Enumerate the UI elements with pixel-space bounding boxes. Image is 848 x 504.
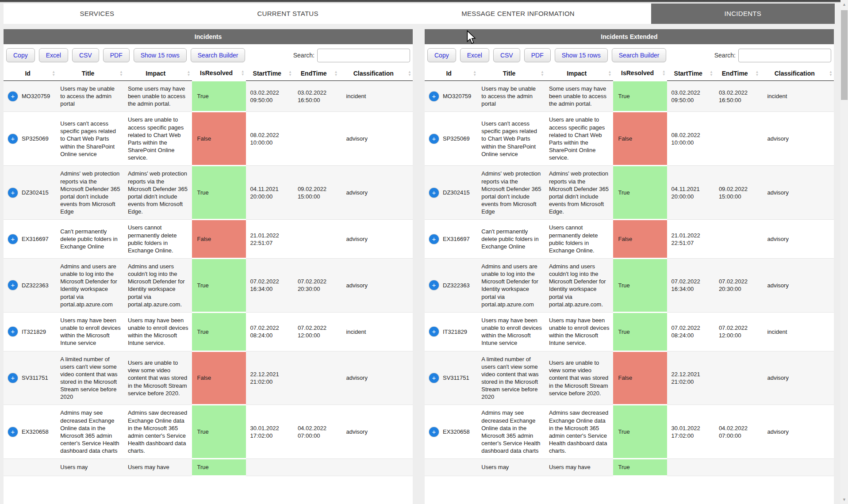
column-header-id[interactable]: Id▲▼ bbox=[425, 66, 478, 81]
expand-row-button[interactable]: + bbox=[429, 188, 439, 198]
incidents-table-body: +MO320759Users may be unable to access t… bbox=[4, 81, 413, 476]
impact-cell: Users are unable to view some video cont… bbox=[545, 351, 613, 405]
expand-row-button[interactable]: + bbox=[8, 134, 18, 144]
show-rows-button[interactable]: Show 15 rows bbox=[555, 48, 608, 62]
column-header-impact[interactable]: Impact▲▼ bbox=[124, 66, 192, 81]
isresolved-cell: True bbox=[613, 459, 667, 476]
incidents-table: Id▲▼ Title▲▼ Impact▲▼ IsResolved▲▼ Start… bbox=[4, 66, 413, 477]
sort-icon: ▲▼ bbox=[756, 70, 759, 76]
expand-row-button[interactable]: + bbox=[8, 92, 18, 101]
search-builder-button[interactable]: Search Builder bbox=[191, 48, 246, 62]
search-input[interactable] bbox=[738, 49, 831, 62]
classification-cell: advisory bbox=[339, 220, 413, 259]
tab-current-status[interactable]: CURRENT STATUS bbox=[191, 4, 385, 24]
incident-id: EX320658 bbox=[22, 428, 49, 435]
expand-row-button[interactable]: + bbox=[429, 427, 439, 437]
header-row: Id▲▼ Title▲▼ Impact▲▼ IsResolved▲▼ Start… bbox=[425, 66, 834, 81]
classification-cell: advisory bbox=[760, 258, 834, 312]
expand-row-button[interactable]: + bbox=[8, 427, 18, 437]
sort-icon: ▲▼ bbox=[52, 70, 55, 76]
sort-icon: ▲▼ bbox=[710, 70, 713, 76]
expand-row-button[interactable]: + bbox=[429, 134, 439, 144]
column-header-impact[interactable]: Impact▲▼ bbox=[545, 66, 613, 81]
incident-id: MO320759 bbox=[22, 92, 50, 100]
search-builder-button[interactable]: Search Builder bbox=[612, 48, 667, 62]
starttime-cell: 21.01.202222:51:07 bbox=[667, 220, 714, 259]
id-cell: +EX316697 bbox=[4, 220, 57, 259]
column-header-starttime[interactable]: StartTime▲▼ bbox=[667, 66, 714, 81]
tables-area: Incidents Copy Excel CSV PDF Show 15 row… bbox=[4, 29, 834, 504]
expand-row-button[interactable]: + bbox=[429, 373, 439, 383]
column-header-title[interactable]: Title▲▼ bbox=[57, 66, 124, 81]
table-row: +MO320759Users may be unable to access t… bbox=[425, 81, 834, 112]
sort-icon: ▲▼ bbox=[334, 70, 338, 76]
sort-icon: ▲▼ bbox=[187, 70, 191, 76]
excel-button[interactable]: Excel bbox=[39, 48, 68, 62]
expand-row-button[interactable]: + bbox=[429, 280, 439, 290]
pdf-button[interactable]: PDF bbox=[103, 48, 130, 62]
starttime-cell: 30.01.202217:02:00 bbox=[667, 405, 714, 459]
column-header-isresolved[interactable]: IsResolved▲▼ bbox=[613, 66, 667, 81]
starttime-cell bbox=[246, 459, 293, 476]
table-row: Users mayUsers may haveTrue bbox=[4, 459, 413, 476]
id-cell: +DZ302415 bbox=[4, 166, 57, 220]
endtime-cell: 04.02.202207:00:00 bbox=[714, 405, 760, 459]
expand-row-button[interactable]: + bbox=[8, 234, 18, 244]
column-header-classification[interactable]: Classification▲▼ bbox=[339, 66, 413, 81]
copy-button[interactable]: Copy bbox=[427, 48, 456, 62]
table-row: +DZ302415Admins' web protection reports … bbox=[425, 166, 834, 220]
csv-button[interactable]: CSV bbox=[493, 48, 520, 62]
tab-message-center-information[interactable]: MESSAGE CENTER INFORMATION bbox=[385, 4, 651, 24]
impact-cell: Admins and users couldn't log into the M… bbox=[124, 258, 192, 312]
table-row: +EX320658Admins may see decreased Exchan… bbox=[4, 405, 413, 459]
isresolved-cell: False bbox=[192, 112, 246, 166]
expand-row-button[interactable]: + bbox=[8, 327, 18, 336]
isresolved-cell: True bbox=[192, 166, 246, 220]
sort-icon: ▲▼ bbox=[473, 70, 476, 76]
column-header-endtime[interactable]: EndTime▲▼ bbox=[293, 66, 339, 81]
endtime-cell: 07.02.202220:30:00 bbox=[293, 258, 339, 312]
column-header-classification[interactable]: Classification▲▼ bbox=[760, 66, 834, 81]
endtime-cell: 07.02.202212:00:00 bbox=[714, 312, 760, 351]
top-strip bbox=[0, 0, 848, 2]
expand-row-button[interactable]: + bbox=[429, 92, 439, 101]
page-scrollbar[interactable]: ▲ ▼ bbox=[840, 0, 848, 504]
id-cell: +EX320658 bbox=[425, 405, 478, 459]
column-header-isresolved[interactable]: IsResolved▲▼ bbox=[192, 66, 246, 81]
id-cell: +IT321829 bbox=[425, 312, 478, 351]
column-header-title[interactable]: Title▲▼ bbox=[478, 66, 545, 81]
search-input[interactable] bbox=[317, 49, 410, 62]
tab-services[interactable]: SERVICES bbox=[4, 4, 191, 24]
starttime-cell: 21.01.202222:51:07 bbox=[246, 220, 293, 259]
expand-row-button[interactable]: + bbox=[8, 373, 18, 383]
expand-row-button[interactable]: + bbox=[8, 280, 18, 290]
scrollbar-down-arrow[interactable]: ▼ bbox=[840, 496, 848, 503]
incident-id: DZ302415 bbox=[443, 189, 470, 196]
isresolved-cell: True bbox=[613, 81, 667, 112]
expand-row-button[interactable]: + bbox=[8, 188, 18, 198]
isresolved-cell: False bbox=[192, 220, 246, 259]
copy-button[interactable]: Copy bbox=[6, 48, 35, 62]
incident-id: MO320759 bbox=[443, 92, 471, 100]
show-rows-button[interactable]: Show 15 rows bbox=[134, 48, 187, 62]
starttime-cell: 07.02.202208:24:00 bbox=[246, 312, 293, 351]
incidents-extended-panel-title: Incidents Extended bbox=[425, 29, 834, 44]
column-header-endtime[interactable]: EndTime▲▼ bbox=[714, 66, 760, 81]
classification-cell: advisory bbox=[760, 112, 834, 166]
endtime-cell: 09.02.202215:00:00 bbox=[293, 166, 339, 220]
excel-button[interactable]: Excel bbox=[460, 48, 489, 62]
incident-id: SP325069 bbox=[22, 135, 49, 142]
id-cell: +SP325069 bbox=[4, 112, 57, 166]
csv-button[interactable]: CSV bbox=[72, 48, 99, 62]
expand-row-button[interactable]: + bbox=[429, 234, 439, 244]
pdf-button[interactable]: PDF bbox=[524, 48, 551, 62]
incident-id: DZ322363 bbox=[22, 282, 49, 289]
expand-row-button[interactable]: + bbox=[429, 327, 439, 336]
column-header-starttime[interactable]: StartTime▲▼ bbox=[246, 66, 293, 81]
tab-incidents[interactable]: INCIDENTS bbox=[651, 4, 835, 24]
scrollbar-thumb[interactable] bbox=[841, 10, 848, 100]
scrollbar-up-arrow[interactable]: ▲ bbox=[840, 1, 848, 8]
isresolved-cell: False bbox=[613, 220, 667, 259]
sort-icon: ▲▼ bbox=[241, 70, 245, 76]
column-header-id[interactable]: Id▲▼ bbox=[4, 66, 57, 81]
